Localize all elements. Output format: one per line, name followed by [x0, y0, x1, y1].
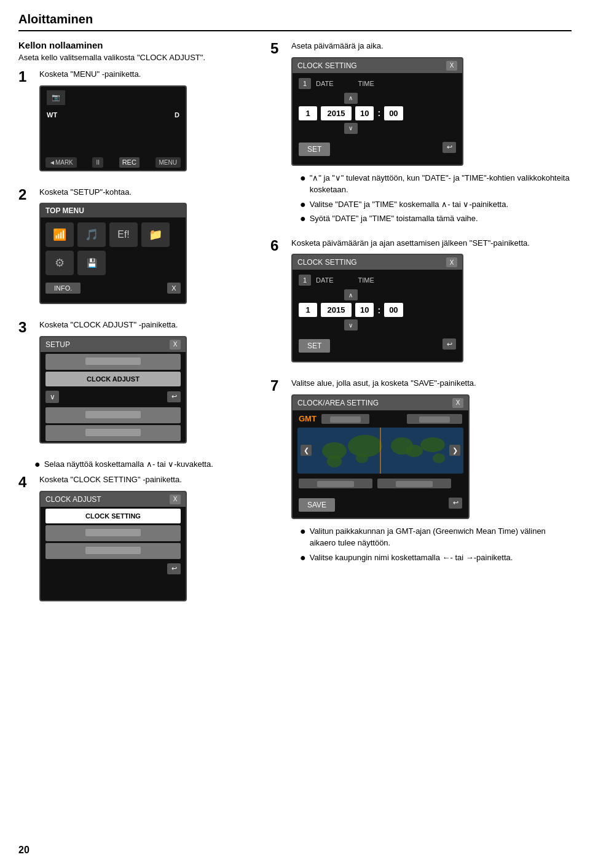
bullet-step5-1: ● Valitse "DATE" ja "TIME" koskemalla ∧-… [300, 198, 572, 211]
cs6-date-label: DATE [316, 276, 334, 284]
cs5-title: CLOCK SETTING [297, 61, 357, 70]
clock-adjust-screen: CLOCK ADJUST X CLOCK SETTING ↩ [39, 491, 187, 601]
cs5-header: CLOCK SETTING X [293, 58, 462, 73]
bullet-step7-0: ● Valitun paikkakunnan ja GMT-ajan (Gree… [300, 525, 572, 549]
setup-row-clock-adjust[interactable]: CLOCK ADJUST [45, 372, 181, 386]
bullet-step3-0: ● Selaa näyttöä koskettamalla ∧- tai ∨-k… [34, 458, 252, 471]
step-3-text: Kosketa "CLOCK ADJUST" -painiketta. [39, 319, 252, 331]
page-title: Aloittaminen [18, 12, 572, 31]
cs6-close-btn[interactable]: X [446, 257, 457, 267]
step-5-text: Aseta päivämäärä ja aika. [291, 40, 572, 52]
cs5-hour-val: 10 [355, 106, 374, 120]
mark-btn[interactable]: ◄MARK [45, 157, 77, 168]
bullets-step3: ● Selaa näyttöä koskettamalla ∧- tai ∨-k… [34, 458, 252, 471]
menu-btn[interactable]: MENU [155, 157, 181, 168]
bullets-step7: ● Valitun paikkakunnan ja GMT-ajan (Gree… [300, 525, 572, 564]
cs5-min-val: 00 [384, 106, 403, 120]
svg-point-1 [327, 455, 342, 467]
area-map-right-btn[interactable]: ❯ [449, 445, 460, 456]
svg-point-3 [356, 453, 368, 463]
topmenu-close-btn[interactable]: X [167, 283, 181, 294]
bullet-step7-1: ● Valitse kaupungin nimi koskettamalla ←… [300, 552, 572, 564]
cs6-back-btn[interactable]: ↩ [442, 338, 456, 350]
media-icon: 🎵 [77, 222, 106, 247]
area-save-btn[interactable]: SAVE [299, 498, 335, 512]
setup-title: SETUP [45, 340, 70, 349]
area-setting-screen: CLOCK/AREA SETTING X GMT [291, 394, 470, 519]
step-6: 6 Kosketa päivämäärän ja ajan asettamise… [270, 237, 572, 369]
step-number-3: 3 [18, 319, 33, 335]
text-icon: Ef! [109, 222, 138, 247]
step-7: 7 Valitse alue, jolla asut, ja kosketa "… [270, 377, 572, 567]
step-number-4: 4 [18, 474, 33, 490]
wt-label: WT [47, 111, 57, 119]
area-back-btn[interactable]: ↩ [449, 498, 462, 509]
svg-point-7 [433, 453, 445, 463]
setup-row-3[interactable] [45, 425, 181, 441]
clockadj-close-btn[interactable]: X [170, 495, 181, 504]
step-4-text: Kosketa "CLOCK SETTING" -painiketta. [39, 474, 252, 486]
gmt-val-placeholder [321, 414, 369, 424]
step-1-text: Kosketa "MENU" -painiketta. [39, 68, 252, 80]
bullet-step7-0-text: Valitun paikkakunnan ja GMT-ajan (Greenw… [310, 525, 572, 549]
cs6-time-label: TIME [358, 276, 374, 284]
settings-icon: ⚙ [45, 251, 74, 275]
cs6-up-btn[interactable]: ∧ [344, 289, 358, 300]
step-number-5: 5 [270, 40, 285, 56]
clockadj-row-1[interactable] [45, 525, 181, 541]
cs5-close-btn[interactable]: X [446, 61, 457, 71]
cs6-down-btn[interactable]: ∨ [344, 319, 358, 330]
cs5-up-btn[interactable]: ∧ [344, 93, 358, 104]
sd-icon: 💾 [77, 251, 106, 275]
step-2-text: Kosketa "SETUP"-kohtaa. [39, 186, 252, 198]
clockadj-row-2[interactable] [45, 543, 181, 559]
step-3: 3 Kosketa "CLOCK ADJUST" -painiketta. SE… [18, 319, 252, 450]
bullet-step5-1-text: Valitse "DATE" ja "TIME" koskemalla ∧- t… [310, 198, 508, 211]
clock-setting-screen-6: CLOCK SETTING X 1 DATE TIME ∧ [291, 254, 463, 362]
svg-point-5 [406, 445, 423, 457]
bullet-step5-2: ● Syötä "DATE" ja "TIME" toistamalla täm… [300, 213, 572, 225]
svg-point-2 [348, 435, 382, 457]
cs6-step-num: 1 [299, 275, 311, 286]
bullet-step7-1-text: Valitse kaupungin nimi koskettamalla ←- … [310, 552, 513, 564]
area-gmt-label: GMT [299, 414, 317, 423]
cs5-date-label: DATE [316, 80, 334, 87]
area-map-left-btn[interactable]: ❮ [301, 445, 312, 456]
cs6-header: CLOCK SETTING X [293, 255, 462, 270]
cs5-time-label: TIME [358, 80, 374, 87]
step-1: 1 Kosketa "MENU" -painiketta. 📷 WT D ◄MA… [18, 68, 252, 178]
area-close-btn[interactable]: X [452, 398, 463, 408]
svg-point-6 [420, 437, 445, 452]
step-4: 4 Kosketa "CLOCK SETTING" -painiketta. C… [18, 474, 252, 608]
clockadj-title: CLOCK ADJUST [45, 495, 101, 504]
clockadj-row-setting[interactable]: CLOCK SETTING [45, 509, 181, 523]
rec-btn[interactable]: REC [119, 157, 140, 168]
setup-row-0[interactable] [45, 354, 181, 370]
setup-nav-down-btn[interactable]: ∨ [45, 391, 59, 403]
pause-btn[interactable]: II [92, 157, 103, 168]
cs5-step-num: 1 [299, 78, 311, 89]
cs5-down-btn[interactable]: ∨ [344, 123, 358, 134]
cs6-set-btn[interactable]: SET [299, 339, 330, 353]
info-btn[interactable]: INFO. [45, 283, 81, 294]
cs5-day-val: 1 [299, 106, 317, 120]
cs5-year-val: 2015 [321, 106, 352, 120]
step-number-2: 2 [18, 186, 33, 202]
setup-close-btn[interactable]: X [170, 340, 181, 350]
cs6-title: CLOCK SETTING [297, 258, 357, 267]
clockadj-back-btn[interactable]: ↩ [167, 563, 181, 574]
bullet-step5-0-text: "∧" ja "∨" tulevat näyttöön, kun "DATE"-… [310, 172, 572, 196]
clock-setting-screen-5: CLOCK SETTING X 1 DATE TIME [291, 57, 463, 166]
step-number-7: 7 [270, 377, 285, 393]
setup-row-2[interactable] [45, 407, 181, 423]
cs5-set-btn[interactable]: SET [299, 143, 330, 156]
page-number: 20 [18, 845, 30, 856]
area-title: CLOCK/AREA SETTING [297, 399, 379, 407]
folder-icon: 📁 [141, 222, 170, 247]
world-map: ❮ ❯ [297, 428, 463, 474]
setup-back-btn[interactable]: ↩ [167, 391, 181, 402]
d-label: D [175, 111, 179, 119]
step-number-6: 6 [270, 237, 285, 253]
world-map-svg [297, 428, 463, 474]
cs5-back-btn[interactable]: ↩ [442, 142, 456, 153]
